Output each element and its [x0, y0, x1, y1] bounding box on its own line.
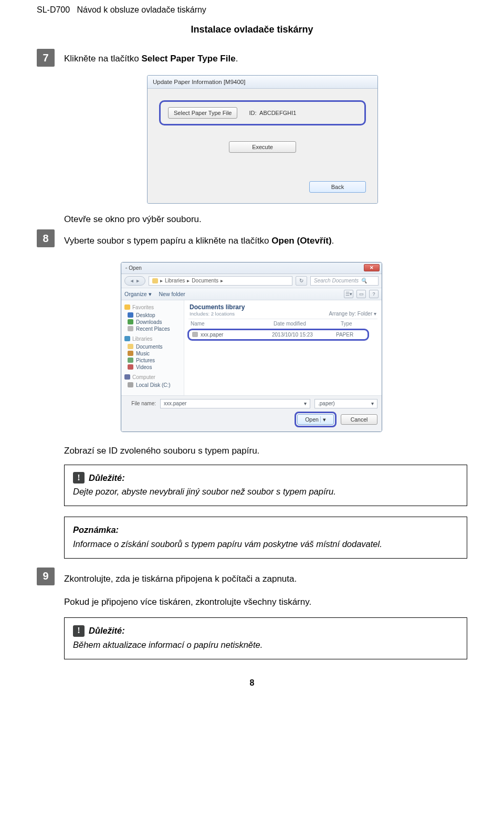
step9-line1: Zkontrolujte, zda je tiskárna připojena …: [64, 572, 467, 586]
nav-music[interactable]: Music: [128, 351, 181, 356]
step-number-8: 8: [37, 229, 55, 247]
close-icon[interactable]: ✕: [364, 264, 380, 271]
column-headers[interactable]: Name Date modified Type: [188, 319, 377, 328]
folder-icon: [152, 278, 158, 283]
under-dialog1-text: Otevře se okno pro výběr souboru.: [64, 214, 467, 225]
select-paper-type-file-button[interactable]: Select Paper Type File: [168, 107, 237, 119]
nav-back-forward[interactable]: ◄ ►: [124, 276, 145, 286]
nav-videos[interactable]: Videos: [128, 364, 181, 370]
highlight-file-row[interactable]: xxx.paper 2013/10/10 15:23 PAPER: [187, 329, 369, 341]
doc-header: SL-D700 Návod k obsluze ovladače tiskárn…: [37, 5, 467, 17]
model: SL-D700: [37, 5, 70, 14]
important-box-2: ! Důležité: Během aktualizace informací …: [64, 617, 467, 659]
important-label-2: Důležité:: [89, 624, 125, 637]
step7-text: Klikněte na tlačítko Select Paper Type F…: [64, 52, 467, 66]
nav-pictures[interactable]: Pictures: [128, 358, 181, 363]
libraries-icon: [124, 336, 130, 341]
cancel-button[interactable]: Cancel: [341, 414, 377, 425]
step9-line2: Pokud je připojeno více tiskáren, zkontr…: [64, 595, 467, 609]
computer-icon: [124, 374, 130, 380]
filename-input[interactable]: xxx.paper▾: [160, 399, 310, 408]
filename-label: File name:: [125, 401, 156, 406]
open-button[interactable]: Open ▾: [297, 414, 334, 425]
highlight-open-button: Open ▾: [295, 412, 337, 427]
doc-title: Návod k obsluze ovladače tiskárny: [77, 5, 206, 14]
note-body: Informace o získání souborů s typem papí…: [73, 538, 458, 551]
new-folder-button[interactable]: New folder: [159, 291, 185, 297]
nav-recent[interactable]: Recent Places: [128, 326, 181, 332]
note-label: Poznámka:: [73, 523, 458, 537]
library-header: Documents library Includes: 2 locations: [190, 303, 245, 317]
execute-button[interactable]: Execute: [229, 141, 296, 153]
filetype-select[interactable]: .paper)▾: [314, 399, 377, 408]
dialog-update-paper-info: Update Paper Information [M9400] Select …: [147, 75, 467, 204]
arrange-by[interactable]: Arrange by: Folder ▾: [329, 311, 376, 317]
important-label: Důležité:: [89, 471, 125, 485]
dialog1-title: Update Paper Information [M9400]: [148, 76, 377, 89]
view-icon[interactable]: ☰▾: [344, 290, 353, 298]
id-field: ID: ABCDEFGHI1: [249, 110, 296, 116]
step-number-7: 7: [37, 49, 55, 67]
important1-body: Dejte pozor, abyste nevybrali jiný soubo…: [73, 485, 458, 498]
important-icon: !: [73, 472, 85, 484]
note-box: Poznámka: Informace o získání souborů s …: [64, 517, 467, 559]
under-dialog2-text: Zobrazí se ID zvoleného souboru s typem …: [64, 446, 467, 456]
open-dialog-title: ▫ Open: [125, 265, 142, 271]
search-icon: 🔍: [361, 278, 367, 283]
refresh-icon[interactable]: ↻: [296, 276, 307, 286]
search-input[interactable]: Search Documents 🔍: [310, 276, 379, 286]
nav-documents[interactable]: Documents: [128, 344, 181, 350]
important-box-1: ! Důležité: Dejte pozor, abyste nevybral…: [64, 465, 467, 507]
nav-desktop[interactable]: Desktop: [128, 312, 181, 318]
page-number: 8: [37, 678, 467, 688]
dialog-open-file: ▫ Open ✕ ◄ ► ▸ Libraries ▸ Documents ▸ ↻…: [121, 262, 467, 432]
important2-body: Během aktualizace informací o papíru net…: [73, 638, 458, 652]
help-icon[interactable]: ?: [369, 290, 379, 298]
breadcrumb[interactable]: ▸ Libraries ▸ Documents ▸: [149, 276, 292, 286]
section-title: Instalace ovladače tiskárny: [37, 24, 467, 35]
highlight-select-paper-area: Select Paper Type File ID: ABCDEFGHI1: [159, 100, 366, 125]
important-icon: !: [73, 625, 85, 637]
nav-downloads[interactable]: Downloads: [128, 319, 181, 325]
nav-tree[interactable]: Favorites Desktop Downloads Recent Place…: [121, 300, 184, 395]
step-number-9: 9: [37, 568, 55, 585]
step8-text: Vyberte soubor s typem papíru a klikněte…: [64, 234, 467, 248]
nav-localdisk[interactable]: Local Disk (C:): [128, 382, 181, 388]
star-icon: [124, 304, 130, 310]
back-button[interactable]: Back: [309, 181, 366, 193]
file-icon: [192, 332, 198, 337]
preview-icon[interactable]: ▭: [356, 290, 366, 298]
organize-menu[interactable]: Organize ▾: [124, 291, 152, 297]
